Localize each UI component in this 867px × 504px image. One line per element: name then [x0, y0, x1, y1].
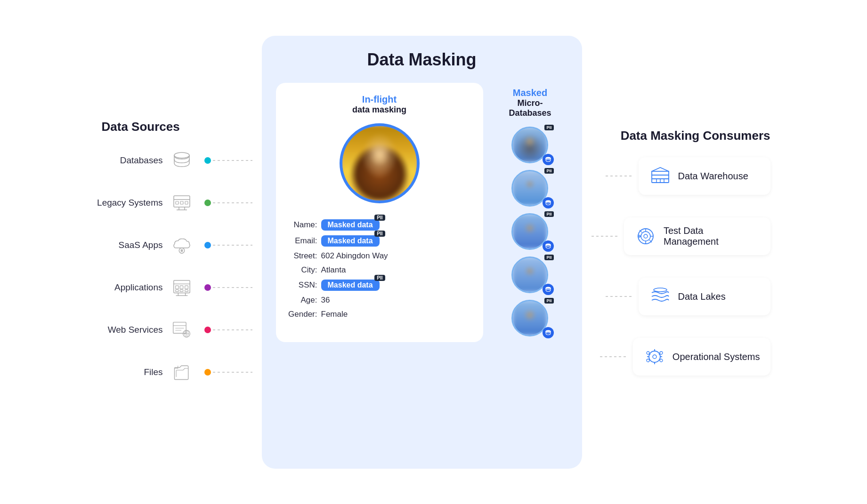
svg-point-75 — [660, 359, 663, 362]
source-item-applications: Applications — [97, 275, 252, 300]
field-label-name: Name: — [285, 220, 317, 230]
micro-db-svg-3 — [545, 243, 551, 249]
inflight-subtitle: data masking — [352, 105, 406, 115]
dot-connector-applications — [201, 284, 252, 291]
field-row-email: Email: Masked data PII — [285, 235, 474, 247]
dot-connector-databases — [201, 157, 252, 164]
dot-saas — [204, 242, 211, 248]
masked-label: Masked — [513, 88, 547, 98]
micro-db-icon-2 — [543, 197, 554, 208]
legacy-svg — [172, 193, 192, 213]
consumer-label-warehouse: Data Warehouse — [678, 171, 748, 182]
micro-avatars-list: PII PII — [511, 127, 549, 337]
source-label-legacy: Legacy Systems — [97, 198, 163, 208]
dot-webservices — [204, 327, 211, 333]
masked-name: Masked data PII — [321, 219, 380, 231]
source-item-databases: Databases — [97, 148, 252, 173]
field-label-street: Street: — [285, 251, 317, 261]
pii-badge-email: PII — [374, 231, 385, 237]
svg-rect-15 — [173, 280, 189, 293]
page-wrapper: Data Sources Databases — [0, 0, 867, 504]
lakes-icon — [649, 285, 672, 308]
field-label-age: Age: — [285, 296, 317, 305]
saas-icon — [170, 233, 194, 257]
field-row-age: Age: 36 — [285, 296, 474, 305]
micro-avatar-5: PII — [511, 300, 549, 337]
dashed-line-testdata — [592, 236, 620, 237]
operational-icon — [643, 345, 666, 368]
dashed-line-databases — [213, 160, 252, 161]
source-label-databases: Databases — [97, 155, 163, 166]
source-label-applications: Applications — [97, 282, 163, 293]
field-value-street: 602 Abingdon Way — [321, 251, 388, 261]
field-label-email: Email: — [285, 236, 317, 246]
applications-svg — [172, 278, 192, 297]
svg-rect-5 — [176, 201, 178, 204]
dot-connector-webservices — [201, 327, 252, 333]
pii-badge-name: PII — [374, 215, 385, 221]
card-title: Data Masking — [367, 50, 476, 70]
consumer-label-testdata: Test Data Management — [664, 225, 760, 247]
avatar-container — [340, 123, 420, 203]
svg-point-40 — [546, 243, 551, 245]
field-value-age: 36 — [321, 296, 330, 305]
files-svg — [172, 362, 192, 382]
micro-pii-5: PII — [544, 298, 553, 304]
svg-point-37 — [546, 200, 551, 202]
micro-databases-section: Masked Micro-Databases PII — [493, 83, 568, 342]
inflight-title: In-flight — [362, 94, 397, 105]
left-panel-title: Data Sources — [102, 120, 180, 134]
consumer-title: Data Masking Consumers — [592, 128, 770, 143]
saas-svg — [172, 235, 192, 255]
svg-point-43 — [546, 287, 551, 288]
main-layout: Data Sources Databases — [0, 0, 867, 504]
dot-connector-saas — [201, 242, 252, 248]
field-label-city: City: — [285, 265, 317, 275]
data-fields: Name: Masked data PII Email: Masked data — [285, 219, 474, 319]
field-label-gender: Gender: — [285, 310, 317, 319]
left-panel: Data Sources Databases — [88, 110, 262, 394]
face-overlay — [342, 126, 417, 200]
avatar-face — [342, 126, 417, 200]
source-item-saas: SaaS Apps — [97, 233, 252, 257]
micro-db-label: Micro-Databases — [497, 98, 563, 118]
masked-ssn-text: Masked data — [328, 281, 373, 289]
card-inner: In-flight data masking Name: — [276, 83, 568, 342]
database-icon — [170, 148, 194, 173]
micro-db-svg-4 — [545, 286, 551, 293]
micro-avatar-3: PII — [511, 213, 549, 251]
svg-point-74 — [647, 359, 649, 362]
micro-pii-1: PII — [544, 125, 553, 130]
consumer-card-warehouse: Data Warehouse — [639, 157, 770, 195]
micro-blur-2 — [513, 171, 547, 205]
dashed-line-applications — [213, 287, 252, 288]
webservices-svg — [172, 320, 192, 340]
micro-db-icon-4 — [543, 284, 554, 295]
svg-point-46 — [546, 330, 551, 332]
masked-name-text: Masked data — [328, 221, 373, 229]
consumer-items-list: Data Warehouse — [592, 157, 770, 376]
source-items-list: Databases — [97, 148, 252, 384]
svg-point-34 — [546, 157, 551, 159]
micro-avatar-2: PII — [511, 170, 549, 208]
dashed-line-legacy — [213, 202, 252, 203]
testdata-icon — [634, 225, 657, 248]
svg-point-67 — [653, 355, 656, 359]
source-item-legacy: Legacy Systems — [97, 191, 252, 215]
micro-blur-4 — [513, 258, 547, 292]
source-label-saas: SaaS Apps — [97, 240, 163, 250]
inflight-section: In-flight data masking Name: — [276, 83, 483, 342]
dot-applications — [204, 284, 211, 291]
field-row-street: Street: 602 Abingdon Way — [285, 251, 474, 261]
svg-rect-50 — [652, 175, 669, 179]
consumer-card-testdata: Test Data Management — [624, 217, 770, 255]
masked-ssn: Masked data PII — [321, 280, 380, 291]
dashed-line-lakes — [606, 296, 634, 297]
micro-pii-2: PII — [544, 168, 553, 174]
consumer-item-testdata: Test Data Management — [592, 217, 770, 255]
field-row-city: City: Atlanta — [285, 265, 474, 275]
right-panel: Data Masking Consumers — [582, 119, 780, 385]
micro-pii-4: PII — [544, 255, 553, 260]
dot-legacy — [204, 200, 211, 206]
field-value-city: Atlanta — [321, 265, 346, 275]
